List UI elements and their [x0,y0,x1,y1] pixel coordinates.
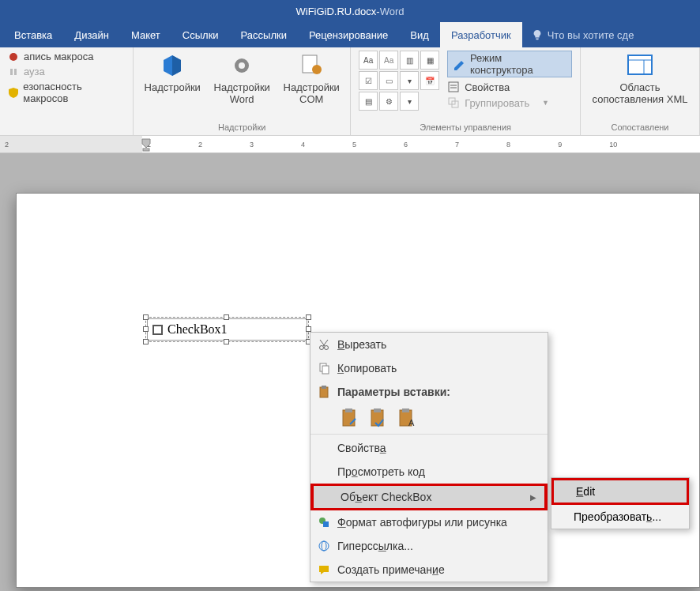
gear-icon [230,54,254,77]
tab-view[interactable]: Вид [399,22,440,47]
word-addins-button[interactable]: Надстройки Word [211,51,273,106]
resize-handle-lm[interactable] [143,326,149,332]
macro-security-button[interactable]: езопасность макросов [8,81,125,104]
properties-button[interactable]: Свойства [447,81,572,93]
pause-macro-button[interactable]: ауза [8,66,45,77]
legacy-control-icon[interactable]: ⚙ [379,92,398,111]
format-shape-icon [318,516,330,529]
resize-handle-bm[interactable] [224,339,229,344]
tab-insert[interactable]: Вставка [3,22,63,47]
submenu-edit[interactable]: Edit [551,478,689,505]
tell-me-label: Что вы хотите сде [548,29,634,41]
tab-layout[interactable]: Макет [120,22,171,47]
checkbox-box-icon [152,325,163,335]
svg-point-34 [319,541,329,551]
svg-rect-22 [322,366,329,374]
group-controls-button[interactable]: Группировать ▼ [447,96,572,109]
record-icon [8,51,19,62]
building-block-control-icon[interactable]: ▦ [420,51,439,70]
submenu-convert[interactable]: Преобразовать... [551,505,689,529]
svg-rect-2 [14,69,17,75]
picture-control-icon[interactable]: ▥ [400,51,419,70]
menu-view-code[interactable]: Просмотреть код [310,460,548,484]
title-bar: WiFiGiD.RU.docx - Word [0,0,700,22]
svg-point-18 [325,346,329,350]
checkbox-control-icon[interactable]: ☑ [359,71,378,90]
resize-handle-bl[interactable] [143,339,149,344]
indent-marker-icon[interactable] [141,137,152,152]
copy-icon [318,362,330,375]
paste-merge-icon[interactable] [369,407,388,429]
svg-rect-16 [143,149,149,151]
properties-icon [447,81,460,93]
dropdown-control-icon[interactable]: ▾ [400,71,419,90]
svg-rect-12 [628,55,652,74]
object-submenu: Edit Преобразовать... [551,477,690,529]
lightbulb-icon [532,29,543,40]
tell-me-search[interactable]: Что вы хотите сде [532,29,634,41]
tab-review[interactable]: Рецензирование [298,22,399,47]
horizontal-ruler[interactable]: 2 1 2 3 4 5 6 7 8 9 10 [0,136,700,153]
menu-format-autoshape[interactable]: Формат автофигуры или рисунка [310,510,548,534]
repeating-control-icon[interactable]: ▤ [359,92,378,111]
checklist-gear-icon [299,54,323,77]
legacy-tools-dropdown-icon[interactable]: ▾ [400,92,419,111]
group-mapping-label: Сопоставлени [589,121,691,135]
com-addins-button[interactable]: Надстройки COM [280,51,342,106]
menu-hyperlink[interactable]: Гиперссылка... [310,534,548,558]
addins-button[interactable]: Надстройки [141,51,203,94]
ribbon-tabs: Вставка Дизайн Макет Ссылки Рассылки Рец… [0,22,700,47]
design-mode-icon [453,58,465,70]
resize-handle-tr[interactable] [306,314,311,320]
menu-object-checkbox[interactable]: Объект CheckBox ▶ [310,484,548,510]
menu-new-comment[interactable]: Создать примечание [310,558,548,582]
control-gallery[interactable]: Aa Aa ▥ ▦ ☑ ▭ ▾ 📅 ▤ ⚙ ▾ [359,51,439,111]
svg-rect-33 [323,521,329,527]
resize-handle-tl[interactable] [143,314,149,320]
group-macros: апись макроса ауза езопасность макросов [0,47,134,135]
checkbox-label: CheckBox1 [167,322,228,337]
svg-rect-28 [374,408,381,412]
scissors-icon [318,338,330,351]
menu-properties[interactable]: Свойства [310,436,548,460]
app-name: Word [380,6,405,17]
svg-rect-26 [345,408,352,412]
svg-text:A: A [408,418,415,427]
paste-text-only-icon[interactable]: A [397,407,416,429]
menu-cut[interactable]: Вырезать [310,333,548,356]
svg-marker-15 [142,139,150,148]
record-macro-button[interactable]: апись макроса [8,51,93,62]
menu-copy[interactable]: Копировать [310,356,548,380]
menu-paste-options-header: Параметры вставки: [310,380,548,404]
paste-keep-source-icon[interactable] [341,407,359,429]
shield-warning-icon [8,87,18,98]
xml-pane-icon [627,54,653,77]
paste-options-row: A [310,404,548,432]
tab-design[interactable]: Дизайн [63,22,120,47]
plain-text-control-icon[interactable]: Aa [379,51,398,70]
cube-icon [159,52,186,79]
resize-handle-rm[interactable] [306,326,311,332]
design-mode-button[interactable]: Режим конструктора [447,51,572,77]
resize-handle-tm[interactable] [224,314,229,320]
checkbox-object[interactable]: CheckBox1 [145,317,309,342]
rich-text-control-icon[interactable]: Aa [359,51,378,70]
svg-point-0 [9,53,17,61]
svg-point-35 [322,541,326,551]
svg-point-17 [320,346,324,350]
svg-rect-30 [402,408,409,412]
group-controls-label: Элементы управления [359,121,572,135]
date-control-icon[interactable]: 📅 [420,71,439,90]
group-macros-label [8,121,125,135]
svg-rect-7 [449,82,458,92]
tab-mailings[interactable]: Рассылки [230,22,298,47]
group-controls: Aa Aa ▥ ▦ ☑ ▭ ▾ 📅 ▤ ⚙ ▾ Режим конструкто… [351,47,581,135]
tab-developer[interactable]: Разработчик [440,22,522,47]
comment-icon [318,563,330,576]
tab-references[interactable]: Ссылки [171,22,230,47]
combobox-control-icon[interactable]: ▭ [379,71,398,90]
pause-icon [8,66,19,77]
context-menu: Вырезать Копировать Параметры вставки: A… [310,332,548,582]
svg-rect-1 [10,69,13,75]
xml-mapping-button[interactable]: Область сопоставления XML [589,51,691,106]
